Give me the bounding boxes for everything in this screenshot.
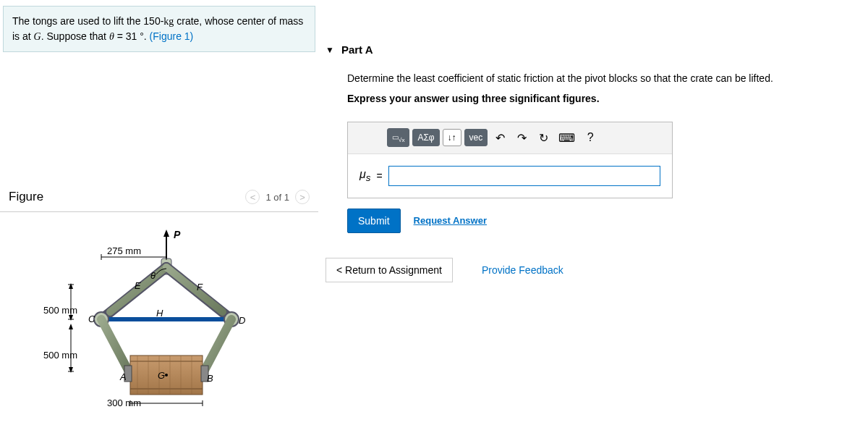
provide-feedback-link[interactable]: Provide Feedback — [482, 264, 563, 276]
subscript-button[interactable]: ↓↑ — [443, 129, 461, 146]
right-column: ▼ Part A Determine the least coefficient… — [326, 36, 861, 282]
answer-input[interactable] — [388, 166, 660, 186]
templates-button[interactable]: ▭√x — [387, 128, 409, 147]
vec-button[interactable]: vec — [464, 129, 488, 146]
greek-button[interactable]: ΑΣφ — [412, 129, 439, 146]
var-G: G — [34, 31, 41, 42]
dim-275: 275 mm — [107, 245, 141, 256]
bottom-actions: < Return to Assignment Provide Feedback — [326, 258, 861, 282]
reset-button[interactable]: ↻ — [534, 128, 553, 148]
svg-marker-30 — [69, 324, 73, 329]
question-text: Determine the least coefficient of stati… — [347, 70, 839, 86]
answer-box: ▭√x ΑΣφ ↓↑ vec ↶ ↷ ↻ ⌨ ? μs = — [347, 122, 673, 198]
part-a-title: Part A — [341, 43, 373, 56]
svg-marker-31 — [69, 367, 73, 373]
label-C: C — [88, 314, 95, 324]
svg-marker-26 — [69, 283, 73, 289]
label-theta: θ — [150, 270, 156, 281]
svg-marker-1 — [163, 230, 169, 237]
figure-counter: 1 of 1 — [265, 192, 289, 203]
unit-kg: kg — [163, 16, 174, 27]
dim-500a: 500 mm — [43, 305, 77, 316]
var-theta: θ — [109, 31, 114, 42]
svg-point-19 — [165, 374, 168, 376]
label-H: H — [156, 308, 163, 319]
prompt-text4: = 31 °. — [114, 30, 150, 42]
label-P: P — [174, 229, 181, 240]
submit-button[interactable]: Submit — [347, 209, 401, 233]
figure-nav: < 1 of 1 > — [245, 190, 310, 204]
problem-prompt: The tongs are used to lift the 150-kg cr… — [3, 6, 315, 52]
prompt-text3: . Suppose that — [41, 30, 109, 42]
question-block: Determine the least coefficient of stati… — [347, 70, 839, 107]
undo-button[interactable]: ↶ — [490, 128, 509, 148]
help-button[interactable]: ? — [581, 128, 600, 147]
keyboard-button[interactable]: ⌨ — [556, 128, 578, 148]
redo-button[interactable]: ↷ — [512, 128, 531, 148]
caret-down-icon: ▼ — [326, 45, 334, 55]
part-a-header[interactable]: ▼ Part A — [326, 36, 861, 70]
label-F: F — [197, 282, 203, 293]
label-B: B — [207, 373, 213, 384]
prompt-text: The tongs are used to lift the 150- — [12, 15, 163, 27]
answer-actions: Submit Request Answer — [347, 209, 861, 233]
dim-500b: 500 mm — [43, 350, 77, 361]
figure-title: Figure — [9, 190, 43, 204]
label-A: A — [119, 371, 127, 382]
return-button[interactable]: < Return to Assignment — [326, 258, 453, 282]
equals: = — [376, 170, 382, 182]
answer-variable: μs — [359, 168, 370, 183]
request-answer-link[interactable]: Request Answer — [414, 215, 487, 226]
question-instruction: Express your answer using three signific… — [347, 91, 839, 106]
answer-row: μs = — [348, 154, 672, 198]
svg-marker-27 — [69, 315, 73, 321]
label-E: E — [135, 280, 141, 291]
figure-link[interactable]: (Figure 1) — [150, 30, 194, 42]
equation-toolbar: ▭√x ΑΣφ ↓↑ vec ↶ ↷ ↻ ⌨ ? — [348, 122, 672, 154]
label-G: G — [158, 370, 165, 381]
figure-header: Figure < 1 of 1 > — [0, 190, 318, 204]
label-D: D — [239, 315, 245, 326]
left-column: The tongs are used to lift the 150-kg cr… — [0, 0, 318, 425]
next-figure-button[interactable]: > — [295, 190, 310, 204]
dim-300: 300 mm — [107, 397, 141, 408]
divider — [0, 211, 318, 212]
figure-diagram: P — [29, 227, 289, 415]
tongs-diagram: P — [29, 227, 275, 408]
prev-figure-button[interactable]: < — [245, 190, 260, 204]
